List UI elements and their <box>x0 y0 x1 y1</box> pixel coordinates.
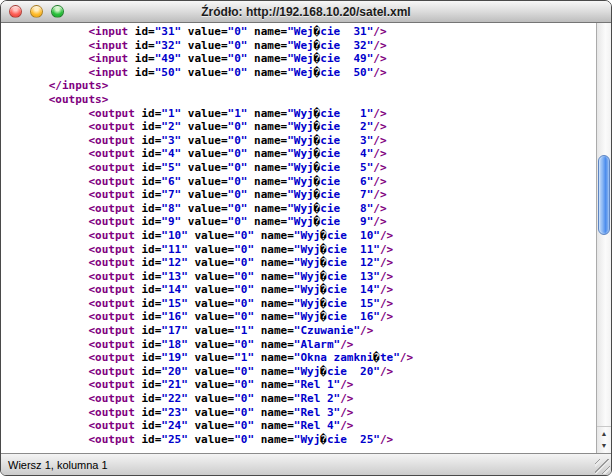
scroll-down-icon: ▼ <box>601 442 608 449</box>
replacement-char: � <box>320 310 327 323</box>
code-line: <outputs> <box>9 93 596 107</box>
scroll-up-icon: ▲ <box>601 430 608 437</box>
code-line: <output id="18" value="0" name="Alarm"/> <box>9 338 596 352</box>
replacement-char: � <box>320 229 327 242</box>
replacement-char: � <box>320 243 327 256</box>
code-line: <output id="11" value="0" name="Wyj�cie … <box>9 243 596 257</box>
replacement-char: � <box>320 256 327 269</box>
view-source-window: Źródło: http://192.168.10.20/satel.xml <… <box>0 0 612 476</box>
code-line: <output id="13" value="0" name="Wyj�cie … <box>9 270 596 284</box>
code-line: <output id="3" value="0" name="Wyj�cie 3… <box>9 134 596 148</box>
status-bar: Wiersz 1, kolumna 1 <box>1 453 611 475</box>
code-line: <output id="5" value="0" name="Wyj�cie 5… <box>9 161 596 175</box>
code-line: <input id="31" value="0" name="Wej�cie 3… <box>9 25 596 39</box>
source-code: <input id="31" value="0" name="Wej�cie 3… <box>1 23 596 453</box>
code-line: <output id="4" value="0" name="Wyj�cie 4… <box>9 147 596 161</box>
code-line: <input id="32" value="0" name="Wej�cie 3… <box>9 39 596 53</box>
close-button[interactable] <box>9 5 22 18</box>
code-line: <output id="7" value="0" name="Wyj�cie 7… <box>9 188 596 202</box>
cursor-position-status: Wiersz 1, kolumna 1 <box>1 459 108 471</box>
window-controls <box>9 5 64 18</box>
replacement-char: � <box>320 365 327 378</box>
code-line: <output id="6" value="0" name="Wyj�cie 6… <box>9 175 596 189</box>
code-line: <output id="8" value="0" name="Wyj�cie 8… <box>9 202 596 216</box>
scrollbar-thumb[interactable] <box>598 155 610 235</box>
code-line: <input id="49" value="0" name="Wej�cie 4… <box>9 52 596 66</box>
code-line: </inputs> <box>9 79 596 93</box>
resize-grip[interactable] <box>595 459 610 474</box>
code-line: <output id="2" value="0" name="Wyj�cie 2… <box>9 120 596 134</box>
code-line: <output id="24" value="0" name="Rel 4"/> <box>9 419 596 433</box>
code-line: <output id="10" value="0" name="Wyj�cie … <box>9 229 596 243</box>
replacement-char: � <box>320 270 327 283</box>
replacement-char: � <box>373 351 380 364</box>
code-line: <output id="17" value="1" name="Czuwanie… <box>9 324 596 338</box>
replacement-char: � <box>320 297 327 310</box>
replacement-char: � <box>320 283 327 296</box>
title-bar[interactable]: Źródło: http://192.168.10.20/satel.xml <box>1 1 611 23</box>
code-line: <output id="23" value="0" name="Rel 3"/> <box>9 406 596 420</box>
scroll-up-button[interactable]: ▲ <box>597 426 611 439</box>
code-line: <output id="25" value="0" name="Wyj�cie … <box>9 433 596 447</box>
replacement-char: � <box>320 433 327 446</box>
code-line: <output id="22" value="0" name="Rel 2"/> <box>9 392 596 406</box>
code-line: <output id="14" value="0" name="Wyj�cie … <box>9 283 596 297</box>
code-line: <output id="15" value="0" name="Wyj�cie … <box>9 297 596 311</box>
code-line: <output id="19" value="1" name="Okna zam… <box>9 351 596 365</box>
scrollbar-arrows: ▲ ▼ <box>597 426 611 453</box>
code-line: <output id="9" value="0" name="Wyj�cie 9… <box>9 215 596 229</box>
zoom-button[interactable] <box>51 5 64 18</box>
code-line: <output id="21" value="0" name="Rel 1"/> <box>9 378 596 392</box>
minimize-button[interactable] <box>30 5 43 18</box>
vertical-scrollbar[interactable]: ▲ ▼ <box>596 23 611 453</box>
code-line: <output id="20" value="0" name="Wyj�cie … <box>9 365 596 379</box>
code-line: <output id="16" value="0" name="Wyj�cie … <box>9 310 596 324</box>
code-line: <input id="50" value="0" name="Wej�cie 5… <box>9 66 596 80</box>
scroll-down-button[interactable]: ▼ <box>597 439 611 452</box>
code-line: <output id="12" value="0" name="Wyj�cie … <box>9 256 596 270</box>
code-line: <output id="1" value="1" name="Wyj�cie 1… <box>9 107 596 121</box>
window-title: Źródło: http://192.168.10.20/satel.xml <box>201 5 410 19</box>
source-view[interactable]: <input id="31" value="0" name="Wej�cie 3… <box>1 23 611 453</box>
